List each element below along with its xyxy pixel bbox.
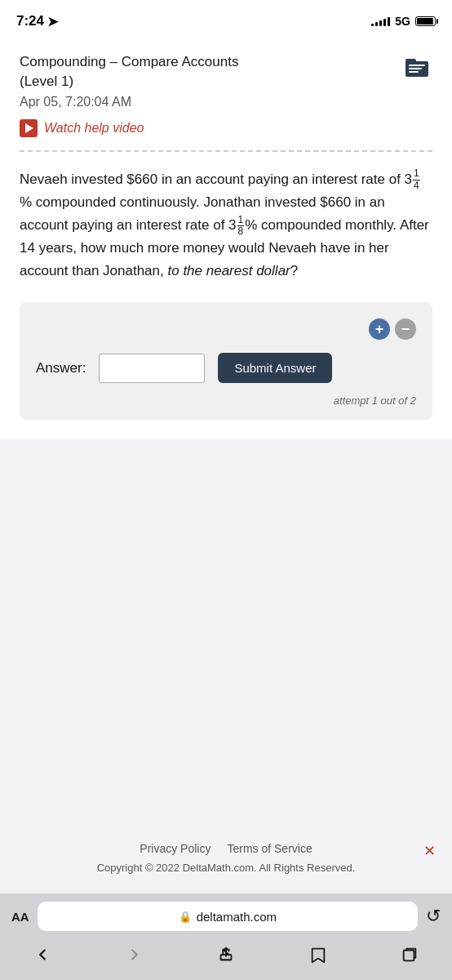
svg-rect-3 bbox=[409, 68, 422, 69]
remove-row-button[interactable]: − bbox=[395, 318, 416, 340]
status-bar: 7:24 ➤ 5G bbox=[0, 0, 452, 36]
battery-icon bbox=[415, 16, 436, 26]
location-arrow-icon: ➤ bbox=[47, 14, 58, 29]
status-time: 7:24 ➤ bbox=[16, 13, 58, 29]
url-text: deltamath.com bbox=[197, 910, 277, 924]
footer-links: Privacy Policy Terms of Service bbox=[140, 842, 312, 855]
font-size-button[interactable]: AA bbox=[11, 910, 29, 924]
page-title: Compounding – Compare Accounts(Level 1) bbox=[20, 52, 403, 91]
add-row-button[interactable]: + bbox=[369, 318, 390, 340]
footer-copyright: Copyright © 2022 DeltaMath.com. All Righ… bbox=[97, 862, 356, 874]
back-button[interactable] bbox=[24, 946, 60, 964]
signal-bars bbox=[371, 16, 390, 26]
forward-button[interactable] bbox=[117, 946, 153, 964]
watch-video-link[interactable]: Watch help video bbox=[20, 119, 432, 137]
answer-input[interactable] bbox=[99, 354, 205, 383]
reload-button[interactable]: ↺ bbox=[426, 906, 441, 927]
share-button[interactable] bbox=[208, 946, 244, 964]
svg-rect-2 bbox=[409, 65, 425, 66]
network-label: 5G bbox=[395, 15, 410, 28]
answer-controls: + − bbox=[36, 318, 416, 340]
answer-label: Answer: bbox=[36, 360, 86, 376]
footer-wrapper: Privacy Policy Terms of Service Copyrigh… bbox=[0, 842, 452, 880]
answer-box: + − Answer: Submit Answer attempt 1 out … bbox=[20, 302, 432, 420]
lock-icon: 🔒 bbox=[179, 911, 192, 923]
nav-bar bbox=[0, 939, 452, 980]
folder-icon-button[interactable] bbox=[403, 52, 432, 82]
card-subtitle: Apr 05, 7:20:04 AM bbox=[20, 95, 432, 109]
divider bbox=[20, 150, 432, 152]
svg-rect-1 bbox=[405, 59, 416, 63]
submit-answer-button[interactable]: Submit Answer bbox=[218, 353, 332, 383]
folder-icon bbox=[405, 56, 430, 78]
time-display: 7:24 bbox=[16, 13, 44, 29]
svg-rect-4 bbox=[409, 71, 419, 73]
tabs-button[interactable] bbox=[392, 946, 428, 964]
footer-area: Privacy Policy Terms of Service Copyrigh… bbox=[0, 439, 452, 893]
bookmark-button[interactable] bbox=[300, 946, 336, 964]
svg-rect-7 bbox=[404, 951, 414, 961]
attempt-text: attempt 1 out of 2 bbox=[36, 394, 416, 407]
browser-bar: AA 🔒 deltamath.com ↺ bbox=[0, 893, 452, 939]
problem-text: Nevaeh invested $660 in an account payin… bbox=[20, 168, 432, 283]
play-icon bbox=[20, 119, 38, 137]
privacy-policy-link[interactable]: Privacy Policy bbox=[140, 842, 210, 855]
terms-of-service-link[interactable]: Terms of Service bbox=[227, 842, 312, 855]
watch-video-label: Watch help video bbox=[44, 121, 144, 136]
main-card: Compounding – Compare Accounts(Level 1) … bbox=[0, 36, 452, 439]
status-icons: 5G bbox=[371, 15, 436, 28]
url-bar[interactable]: 🔒 deltamath.com bbox=[38, 902, 418, 931]
answer-row: Answer: Submit Answer bbox=[36, 353, 416, 383]
card-title-row: Compounding – Compare Accounts(Level 1) bbox=[20, 52, 432, 91]
close-button[interactable]: ✕ bbox=[423, 842, 436, 860]
